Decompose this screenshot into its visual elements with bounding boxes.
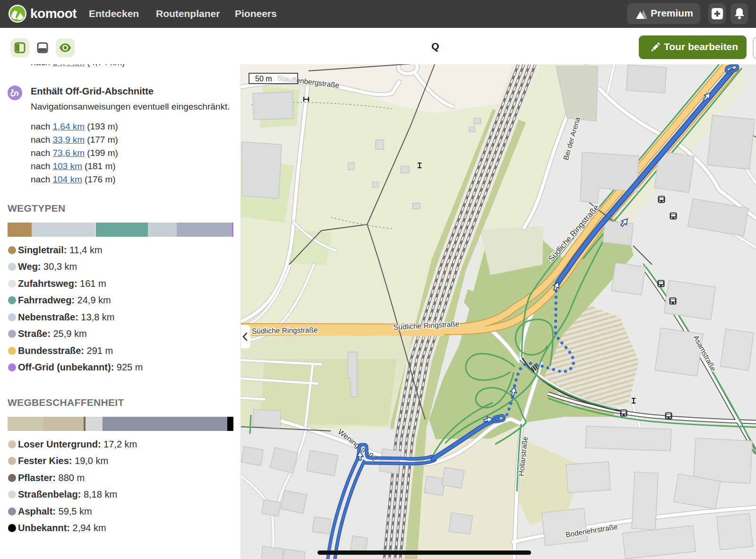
svg-text:50 m: 50 m (255, 75, 272, 83)
svg-text:Südliche Ringstraße: Südliche Ringstraße (252, 326, 318, 335)
